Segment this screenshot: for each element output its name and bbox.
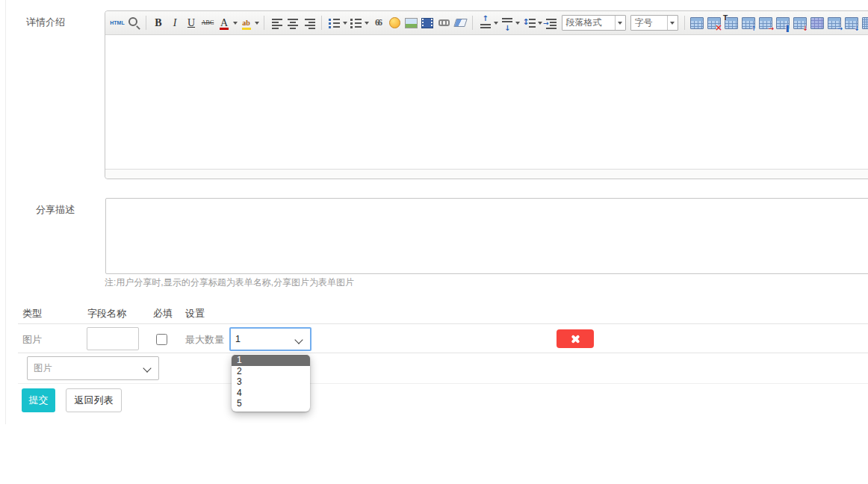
italic-icon[interactable]: I xyxy=(167,14,183,32)
emoticon-icon[interactable] xyxy=(387,14,403,32)
strikethrough-icon[interactable]: ABC xyxy=(200,14,216,32)
header-divider xyxy=(18,323,868,324)
line-height-icon[interactable] xyxy=(521,14,537,32)
form-editor-page: 详情介绍 HTMLBIUABCAab66段落格式字号 分享描述 注:用户分享时,… xyxy=(0,0,868,484)
bold-icon[interactable]: B xyxy=(151,14,167,32)
paragraph-format-select[interactable]: 段落格式 xyxy=(562,15,626,31)
addrow-divider xyxy=(18,383,868,384)
dropdown-option-1[interactable]: 1 xyxy=(232,355,310,366)
table-cell-props-icon[interactable] xyxy=(725,17,738,29)
ordered-list-icon[interactable] xyxy=(326,14,342,32)
insert-row-left-icon[interactable] xyxy=(759,17,772,29)
share-description-label: 分享描述 xyxy=(36,203,75,217)
insert-row-below-icon[interactable] xyxy=(845,17,858,29)
column-header-type: 类型 xyxy=(22,307,42,320)
editor-toolbar: HTMLBIUABCAab66段落格式字号 xyxy=(105,11,868,35)
max-count-dropdown: 12345 xyxy=(232,354,310,412)
paragraph-space-bottom-icon[interactable] xyxy=(499,14,515,32)
dropdown-option-2[interactable]: 2 xyxy=(232,366,310,377)
merge-cells-icon[interactable] xyxy=(810,17,824,29)
insert-image-icon[interactable] xyxy=(403,14,419,32)
chevron-down-icon xyxy=(294,335,303,344)
underline-icon[interactable]: U xyxy=(184,14,199,32)
back-to-list-button[interactable]: 返回列表 xyxy=(66,388,122,412)
split-cells-icon[interactable] xyxy=(742,17,755,29)
max-count-label: 最大数量 xyxy=(185,333,224,347)
merge-cell-down-icon[interactable] xyxy=(862,17,868,29)
add-field-type-select[interactable]: 图片 xyxy=(27,356,159,380)
share-description-note: 注:用户分享时,显示的分享标题为表单名称,分享图片为表单图片 xyxy=(105,276,354,289)
row-divider xyxy=(18,353,868,353)
font-size-select-value: 字号 xyxy=(631,16,667,29)
remove-format-icon[interactable] xyxy=(453,14,468,32)
paragraph-format-select-value: 段落格式 xyxy=(562,16,615,29)
align-right-icon[interactable] xyxy=(302,14,317,32)
insert-link-icon[interactable] xyxy=(436,14,452,32)
toolbar-separator xyxy=(684,16,685,30)
field-type-label: 图片 xyxy=(22,333,42,347)
align-left-icon[interactable] xyxy=(269,14,285,32)
max-count-select-value: 1 xyxy=(235,334,241,344)
max-count-select[interactable]: 1 xyxy=(229,327,311,351)
required-checkbox[interactable] xyxy=(156,334,167,345)
highlight-color-icon[interactable]: ab xyxy=(238,14,254,32)
insert-col-right-icon[interactable] xyxy=(828,17,841,29)
toolbar-separator xyxy=(146,16,146,30)
editor-content-area[interactable] xyxy=(105,35,868,169)
insert-table-icon[interactable] xyxy=(690,17,704,29)
dropdown-option-5[interactable]: 5 xyxy=(232,398,310,409)
insert-col-icon[interactable] xyxy=(776,17,790,29)
field-name-input[interactable] xyxy=(87,327,139,350)
add-field-type-value: 图片 xyxy=(34,362,52,375)
font-size-select[interactable]: 字号 xyxy=(630,15,678,31)
detail-intro-label: 详情介绍 xyxy=(26,16,65,29)
delete-table-icon[interactable] xyxy=(707,17,721,29)
html-source-icon[interactable]: HTML xyxy=(110,14,125,32)
delete-field-button[interactable] xyxy=(557,329,594,348)
column-header-settings: 设置 xyxy=(185,307,205,320)
editor-statusbar[interactable] xyxy=(105,169,868,179)
panel-left-border xyxy=(5,0,6,424)
column-header-field-name: 字段名称 xyxy=(87,307,126,320)
preview-icon[interactable] xyxy=(126,14,142,32)
chevron-down-icon xyxy=(667,16,678,30)
insert-media-icon[interactable] xyxy=(420,14,435,32)
rich-text-editor: HTMLBIUABCAab66段落格式字号 xyxy=(105,10,868,179)
share-description-textarea[interactable] xyxy=(105,198,868,274)
toolbar-separator xyxy=(264,16,264,30)
delete-col-icon[interactable] xyxy=(793,17,807,29)
chevron-down-icon xyxy=(615,16,625,30)
indent-icon[interactable] xyxy=(543,14,559,32)
paragraph-space-top-icon[interactable] xyxy=(477,14,493,32)
submit-button[interactable]: 提交 xyxy=(22,388,55,412)
column-header-required: 必填 xyxy=(153,307,173,320)
chevron-down-icon xyxy=(143,364,151,372)
dropdown-option-3[interactable]: 3 xyxy=(232,376,310,388)
blockquote-icon[interactable]: 66 xyxy=(371,14,386,32)
unordered-list-icon[interactable] xyxy=(348,14,364,32)
dropdown-option-4[interactable]: 4 xyxy=(232,388,310,399)
align-center-icon[interactable] xyxy=(285,14,301,32)
toolbar-separator xyxy=(472,16,473,30)
font-color-icon[interactable]: A xyxy=(217,14,232,32)
toolbar-separator xyxy=(321,16,322,30)
